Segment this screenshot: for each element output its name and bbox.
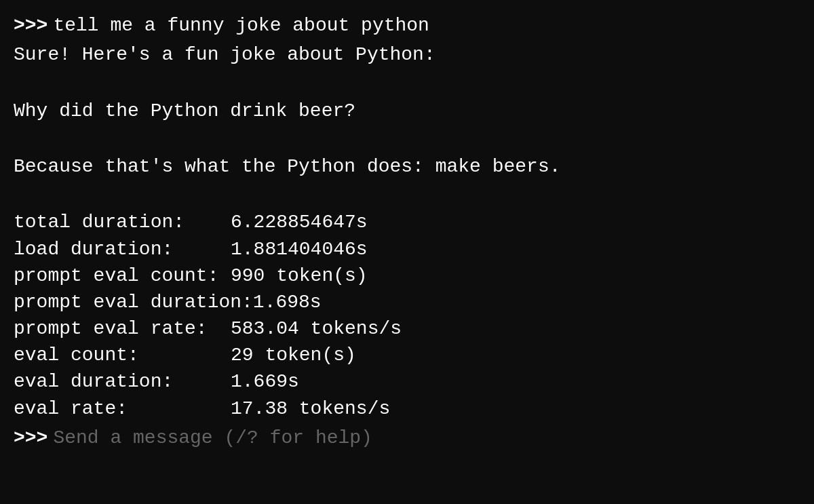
- stat-row: eval duration:1.669s: [14, 368, 800, 395]
- blank-line-2: [14, 124, 800, 151]
- stat-row: prompt eval duration:1.698s: [14, 289, 800, 315]
- stat-row: eval count:29 token(s): [14, 342, 800, 368]
- input-prompt-line[interactable]: >>> Send a message (/? for help): [14, 425, 800, 451]
- stat-row: total duration:6.228854647s: [14, 209, 800, 235]
- stat-value: 990 token(s): [231, 263, 368, 289]
- stat-value: 1.881404046s: [231, 236, 368, 263]
- stat-label: prompt eval duration:: [14, 289, 253, 315]
- stat-row: prompt eval rate:583.04 tokens/s: [14, 315, 800, 342]
- stat-value: 1.669s: [231, 368, 299, 395]
- stat-row: eval rate:17.38 tokens/s: [14, 395, 800, 422]
- stat-value: 29 token(s): [231, 342, 356, 368]
- stat-value: 17.38 tokens/s: [231, 395, 390, 422]
- blank-line-3: [14, 180, 800, 206]
- response-line1: Sure! Here's a fun joke about Python:: [14, 41, 800, 68]
- prompt-symbol: >>>: [14, 12, 47, 39]
- command-line: >>> tell me a funny joke about python: [14, 12, 800, 39]
- stat-value: 6.228854647s: [231, 209, 368, 235]
- input-prompt-symbol: >>>: [14, 425, 47, 451]
- input-placeholder-text[interactable]: Send a message (/? for help): [53, 425, 372, 451]
- command-text: tell me a funny joke about python: [53, 12, 429, 39]
- terminal-container: >>> tell me a funny joke about python Su…: [14, 12, 800, 492]
- stats-section: total duration:6.228854647sload duration…: [14, 209, 800, 422]
- stat-label: eval duration:: [14, 368, 231, 395]
- stat-label: prompt eval rate:: [14, 315, 231, 342]
- blank-line-1: [14, 68, 800, 94]
- stat-label: load duration:: [14, 236, 231, 263]
- stat-row: prompt eval count:990 token(s): [14, 263, 800, 289]
- stat-label: eval count:: [14, 342, 231, 368]
- joke-punchline: Because that's what the Python does: mak…: [14, 153, 800, 180]
- stat-value: 1.698s: [253, 289, 322, 315]
- stat-label: prompt eval count:: [14, 263, 231, 289]
- stat-value: 583.04 tokens/s: [231, 315, 402, 342]
- stat-label: total duration:: [14, 209, 231, 235]
- joke-setup: Why did the Python drink beer?: [14, 98, 800, 124]
- stat-label: eval rate:: [14, 395, 231, 422]
- stat-row: load duration:1.881404046s: [14, 236, 800, 263]
